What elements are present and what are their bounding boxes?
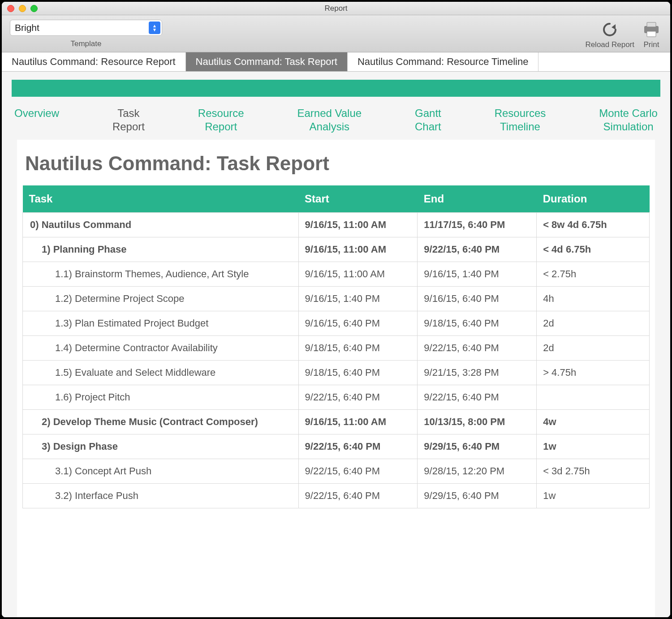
content-area: OverviewTaskReportResourceReportEarned V… (2, 72, 670, 617)
col-header-end: End (418, 185, 537, 213)
cell-task: 1.5) Evaluate and Select Middleware (23, 361, 299, 385)
cell-end: 9/16/15, 6:40 PM (418, 287, 537, 311)
table-row[interactable]: 1.2) Determine Project Scope9/16/15, 1:4… (23, 287, 650, 311)
cell-start: 9/16/15, 11:00 AM (298, 262, 418, 287)
cell-end: 9/18/15, 6:40 PM (418, 311, 537, 336)
cell-duration: < 8w 4d 6.75h (537, 213, 650, 237)
svg-rect-3 (647, 31, 656, 37)
window-tabs: Nautilus Command: Resource ReportNautilu… (2, 52, 670, 72)
cell-end: 9/29/15, 6:40 PM (418, 434, 537, 459)
close-icon[interactable] (7, 5, 14, 12)
toolbar: Bright ▲▼ Template Reload Report (2, 15, 670, 52)
cell-duration: < 3d 2.75h (537, 459, 650, 484)
subnav-item[interactable]: TaskReport (112, 107, 145, 133)
table-row[interactable]: 1) Planning Phase9/16/15, 11:00 AM9/22/1… (23, 237, 650, 262)
subnav-label-line1: Overview (14, 107, 59, 119)
cell-start: 9/22/15, 6:40 PM (298, 459, 418, 484)
cell-start: 9/16/15, 11:00 AM (298, 410, 418, 434)
cell-duration: < 2.75h (537, 262, 650, 287)
cell-start: 9/16/15, 11:00 AM (298, 237, 418, 262)
col-header-start: Start (298, 185, 418, 213)
subnav-label-line2: Simulation (599, 120, 658, 133)
cell-start: 9/16/15, 1:40 PM (298, 287, 418, 311)
zoom-icon[interactable] (30, 5, 38, 12)
subnav-label-line1: Monte Carlo (599, 107, 658, 119)
cell-task: 3.2) Interface Push (23, 484, 299, 508)
reload-label: Reload Report (585, 40, 634, 49)
cell-start: 9/22/15, 6:40 PM (298, 434, 418, 459)
cell-end: 9/22/15, 6:40 PM (418, 336, 537, 361)
table-row[interactable]: 0) Nautilus Command9/16/15, 11:00 AM11/1… (23, 213, 650, 237)
cell-task: 0) Nautilus Command (23, 213, 299, 237)
table-row[interactable]: 2) Develop Theme Music (Contract Compose… (23, 410, 650, 434)
cell-start: 9/18/15, 6:40 PM (298, 336, 418, 361)
template-value: Bright (15, 22, 39, 33)
table-row[interactable]: 3.2) Interface Push9/22/15, 6:40 PM9/29/… (23, 484, 650, 508)
subnav-item[interactable]: GanttChart (415, 107, 441, 133)
subnav-label-line1: Resource (198, 107, 244, 119)
task-table: Task Start End Duration 0) Nautilus Comm… (22, 185, 650, 508)
cell-task: 3.1) Concept Art Push (23, 459, 299, 484)
subnav-item[interactable]: ResourcesTimeline (495, 107, 546, 133)
table-row[interactable]: 1.4) Determine Contractor Availability9/… (23, 336, 650, 361)
subnav-label-line1: Task (117, 107, 139, 119)
template-select[interactable]: Bright ▲▼ (10, 20, 162, 36)
cell-end: 9/22/15, 6:40 PM (418, 385, 537, 410)
cell-start: 9/16/15, 11:00 AM (298, 213, 418, 237)
cell-duration: < 4d 6.75h (537, 237, 650, 262)
cell-task: 1.4) Determine Contractor Availability (23, 336, 299, 361)
window-title: Report (2, 4, 670, 13)
table-row[interactable]: 1.5) Evaluate and Select Middleware9/18/… (23, 361, 650, 385)
minimize-icon[interactable] (19, 5, 26, 12)
cell-end: 10/13/15, 8:00 PM (418, 410, 537, 434)
reload-icon (599, 20, 620, 39)
reload-report-button[interactable]: Reload Report (585, 20, 634, 49)
traffic-lights (7, 5, 38, 12)
subnav-item[interactable]: ResourceReport (198, 107, 244, 133)
subnav-label-line2: Analysis (297, 120, 362, 133)
cell-start: 9/22/15, 6:40 PM (298, 385, 418, 410)
subnav-label-line2: Report (112, 120, 145, 133)
cell-end: 9/29/15, 6:40 PM (418, 484, 537, 508)
window-tab[interactable]: Nautilus Command: Resource Timeline (348, 52, 539, 71)
report-title: Nautilus Command: Task Report (25, 152, 647, 175)
cell-duration: 4w (537, 410, 650, 434)
report-panel: Nautilus Command: Task Report Task Start… (17, 140, 655, 617)
cell-task: 1.2) Determine Project Scope (23, 287, 299, 311)
window-tab[interactable]: Nautilus Command: Task Report (186, 52, 348, 71)
table-row[interactable]: 1.3) Plan Estimated Project Budget9/16/1… (23, 311, 650, 336)
subnav-item[interactable]: Overview (14, 107, 59, 133)
print-button[interactable]: Print (641, 20, 662, 49)
cell-task: 1.1) Brainstorm Themes, Audience, Art St… (23, 262, 299, 287)
cell-start: 9/16/15, 6:40 PM (298, 311, 418, 336)
table-row[interactable]: 1.6) Project Pitch9/22/15, 6:40 PM9/22/1… (23, 385, 650, 410)
print-label: Print (644, 40, 659, 49)
chevron-updown-icon: ▲▼ (149, 21, 160, 34)
table-row[interactable]: 3.1) Concept Art Push9/22/15, 6:40 PM9/2… (23, 459, 650, 484)
template-label: Template (71, 39, 102, 48)
cell-duration (537, 385, 650, 410)
svg-marker-0 (612, 24, 616, 30)
col-header-duration: Duration (537, 185, 650, 213)
cell-start: 9/18/15, 6:40 PM (298, 361, 418, 385)
subnav: OverviewTaskReportResourceReportEarned V… (2, 97, 670, 140)
header-accent-bar (12, 80, 660, 97)
col-header-task: Task (23, 185, 299, 213)
titlebar: Report (2, 2, 670, 15)
cell-duration: 2d (537, 311, 650, 336)
table-row[interactable]: 1.1) Brainstorm Themes, Audience, Art St… (23, 262, 650, 287)
table-row[interactable]: 3) Design Phase9/22/15, 6:40 PM9/29/15, … (23, 434, 650, 459)
subnav-label-line2: Timeline (495, 120, 546, 133)
cell-end: 9/16/15, 1:40 PM (418, 262, 537, 287)
subnav-label-line2: Report (198, 120, 244, 133)
subnav-item[interactable]: Earned ValueAnalysis (297, 107, 362, 133)
cell-duration: 1w (537, 434, 650, 459)
template-group: Bright ▲▼ Template (10, 20, 162, 48)
subnav-item[interactable]: Monte CarloSimulation (599, 107, 658, 133)
report-window: Report Bright ▲▼ Template Reload Report (2, 2, 670, 617)
cell-duration: 4h (537, 287, 650, 311)
svg-rect-2 (647, 22, 656, 27)
cell-task: 3) Design Phase (23, 434, 299, 459)
table-header-row: Task Start End Duration (23, 185, 650, 213)
window-tab[interactable]: Nautilus Command: Resource Report (2, 52, 186, 71)
